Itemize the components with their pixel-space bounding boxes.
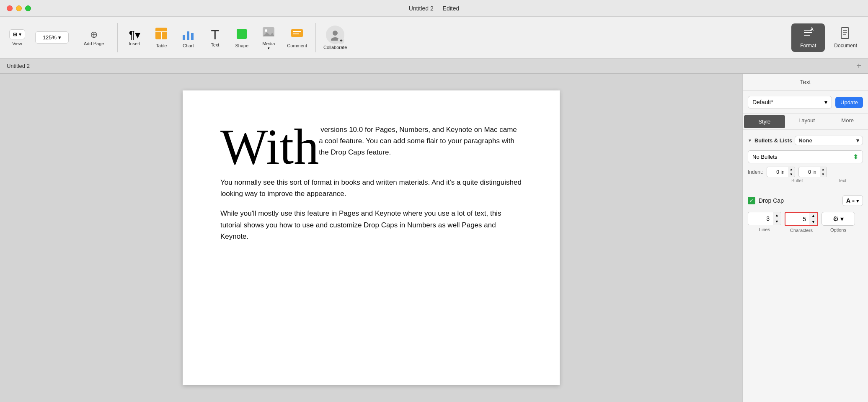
lines-control: 3 ▲ ▼ Lines: [748, 212, 781, 232]
svg-rect-3: [183, 35, 185, 40]
view-group: ⊞ ▾ View: [5, 29, 29, 46]
tab-more[interactable]: More: [827, 114, 868, 129]
drop-cap-style-lines-icon: ≡: [852, 198, 855, 203]
toolbar-right: A Format Document: [791, 23, 863, 52]
table-button[interactable]: Table: [149, 24, 174, 51]
drop-cap-paragraph: With versions 10.0 for Pages, Numbers, a…: [220, 124, 522, 168]
characters-field[interactable]: 5 ▲ ▼: [785, 212, 818, 226]
options-button[interactable]: ⚙ ▾: [822, 212, 855, 226]
document-icon: [840, 27, 852, 42]
style-dropdown-chevron-icon: ▾: [824, 99, 827, 106]
zoom-button[interactable]: 125% ▾: [35, 31, 69, 44]
bullet-indent-up-arrow[interactable]: ▲: [788, 167, 795, 172]
format-label: Format: [800, 43, 816, 49]
panel-header: Text: [743, 74, 868, 91]
bullet-indent-field[interactable]: 0 in ▲ ▼: [767, 167, 795, 177]
svg-text:A: A: [810, 27, 814, 32]
insert-icon: ¶▾: [129, 29, 140, 40]
view-button[interactable]: ⊞ ▾: [9, 29, 25, 39]
options-label: Options: [830, 227, 846, 232]
drop-cap-letter: With: [220, 126, 319, 168]
svg-rect-10: [291, 29, 303, 37]
bullets-section-label: Bullets & Lists: [754, 137, 792, 144]
media-chevron-icon: ▾: [268, 46, 270, 50]
characters-control: 5 ▲ ▼ Characters: [785, 212, 818, 233]
indent-spacer: [748, 178, 773, 183]
bullets-dropdown[interactable]: None ▾: [795, 136, 863, 145]
fullscreen-button[interactable]: [25, 5, 31, 11]
options-control: ⚙ ▾ Options: [822, 212, 855, 232]
lines-field[interactable]: 3 ▲ ▼: [748, 212, 781, 225]
drop-cap-section: ✓ Drop Cap A ≡ ▾ 3 ▲ ▼: [743, 189, 868, 239]
svg-point-8: [265, 29, 267, 32]
document-button[interactable]: Document: [828, 23, 863, 52]
collaborate-plus-icon: +: [338, 37, 344, 44]
style-dropdown-value: Default*: [752, 99, 773, 106]
lines-down-arrow[interactable]: ▼: [773, 219, 781, 225]
media-icon: [262, 25, 275, 40]
separator-1: [117, 23, 118, 52]
media-button[interactable]: Media ▾: [256, 23, 281, 53]
tab-layout[interactable]: Layout: [786, 114, 827, 129]
bullet-indent-stepper[interactable]: ▲ ▼: [788, 167, 795, 177]
style-dropdown[interactable]: Default* ▾: [748, 96, 832, 108]
lines-label: Lines: [759, 227, 770, 232]
text-button[interactable]: T Text: [202, 26, 227, 50]
drop-cap-checkbox[interactable]: ✓: [748, 197, 755, 204]
text-indent-down-arrow[interactable]: ▼: [820, 172, 827, 177]
add-tab-button[interactable]: +: [856, 61, 861, 71]
svg-rect-5: [191, 33, 194, 40]
add-page-group: ⊕ Add Page: [75, 27, 113, 49]
comment-icon: [290, 27, 304, 42]
panel-tabs: Style Layout More: [743, 114, 868, 130]
characters-stepper[interactable]: ▲ ▼: [809, 213, 817, 225]
toolbar: ⊞ ▾ View 125% ▾ ⊕ Add Page ¶▾ Insert: [0, 17, 868, 59]
bullet-indent-down-arrow[interactable]: ▼: [788, 172, 795, 177]
minimize-button[interactable]: [16, 5, 22, 11]
view-label: View: [12, 41, 22, 46]
shape-button[interactable]: Shape: [229, 25, 254, 51]
tab-style[interactable]: Style: [744, 115, 785, 128]
traffic-lights: [7, 5, 31, 11]
characters-down-arrow[interactable]: ▼: [809, 219, 817, 225]
zoom-value: 125%: [43, 34, 57, 41]
table-label: Table: [156, 43, 167, 48]
bullets-dropdown-chevron-icon: ▾: [856, 137, 859, 144]
svg-rect-16: [841, 28, 849, 39]
format-button[interactable]: A Format: [791, 23, 825, 52]
close-button[interactable]: [7, 5, 13, 11]
svg-rect-4: [187, 31, 189, 40]
table-icon: [155, 27, 168, 42]
lines-up-arrow[interactable]: ▲: [773, 212, 781, 219]
doc-tabbar: Untitled 2 +: [0, 59, 868, 74]
chart-button[interactable]: Chart: [176, 25, 201, 51]
comment-button[interactable]: Comment: [283, 25, 311, 51]
characters-up-arrow[interactable]: ▲: [809, 213, 817, 219]
lines-stepper[interactable]: ▲ ▼: [773, 212, 781, 225]
format-icon: A: [802, 27, 814, 42]
insert-button[interactable]: ¶▾ Insert: [122, 27, 147, 49]
add-page-button[interactable]: ⊕ Add Page: [79, 27, 109, 49]
collaborate-group[interactable]: + Collaborate: [320, 26, 350, 50]
view-icon: ⊞: [13, 31, 17, 37]
drop-cap-style-icon: A: [846, 197, 850, 204]
drop-cap-style-button[interactable]: A ≡ ▾: [842, 195, 863, 206]
zoom-chevron-icon: ▾: [58, 34, 61, 41]
text-indent-up-arrow[interactable]: ▲: [820, 167, 827, 172]
text-indent-stepper[interactable]: ▲ ▼: [820, 167, 827, 177]
indent-row: Indent: 0 in ▲ ▼ 0 in ▲ ▼: [748, 167, 863, 177]
update-button[interactable]: Update: [835, 97, 863, 108]
titlebar: Untitled 2 — Edited: [0, 0, 868, 17]
page: With versions 10.0 for Pages, Numbers, a…: [183, 90, 560, 385]
checkmark-icon: ✓: [749, 198, 754, 204]
text-indent-field[interactable]: 0 in ▲ ▼: [798, 167, 827, 177]
characters-label: Characters: [790, 228, 813, 233]
options-chevron-icon: ▾: [840, 215, 844, 223]
no-bullets-select[interactable]: No Bullets ⬍: [748, 150, 863, 163]
drop-cap-text: versions 10.0 for Pages, Numbers, and Ke…: [319, 126, 517, 156]
bullet-sublabel: Bullet: [776, 178, 818, 183]
section-collapse-icon[interactable]: ▼: [748, 138, 752, 143]
chart-icon: [181, 27, 195, 42]
gear-icon: ⚙: [833, 215, 839, 223]
bullet-indent-value: 0 in: [767, 168, 788, 177]
